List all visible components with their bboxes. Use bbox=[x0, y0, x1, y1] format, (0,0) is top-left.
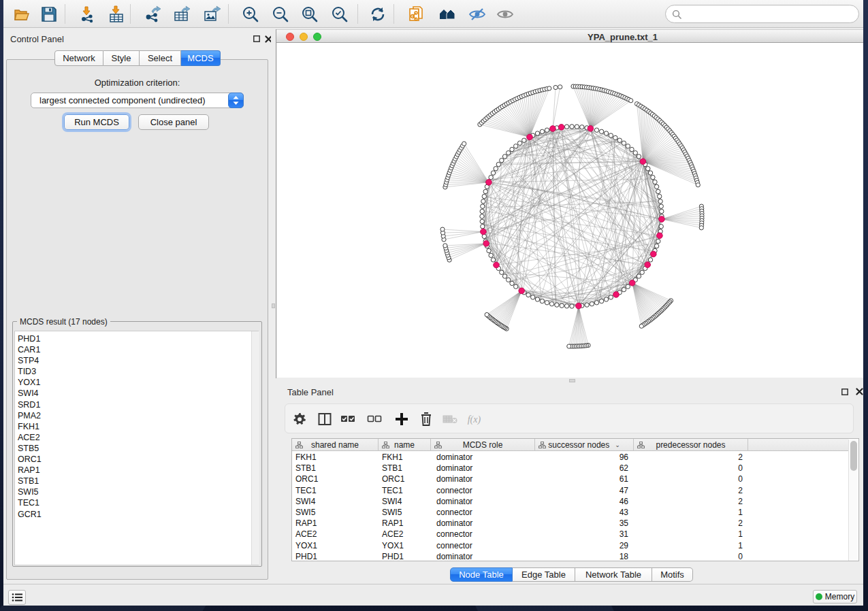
zoom-out-icon[interactable] bbox=[271, 5, 290, 24]
window-maximize-icon[interactable] bbox=[313, 33, 321, 41]
table-row[interactable]: SWI5SWI5connector431 bbox=[292, 507, 848, 518]
mcds-result-item[interactable]: TEC1 bbox=[15, 497, 258, 508]
zoom-selected-icon[interactable] bbox=[330, 5, 349, 24]
table-cell: 2 bbox=[634, 496, 748, 507]
horizontal-splitter[interactable] bbox=[276, 378, 863, 383]
add-column-icon[interactable] bbox=[392, 410, 411, 429]
column-header-name[interactable]: name bbox=[379, 439, 431, 451]
mcds-result-item[interactable]: CAR1 bbox=[15, 344, 258, 355]
column-header-predecessor-nodes[interactable]: predecessor nodes bbox=[634, 439, 748, 451]
horizontal-splitter-handle[interactable] bbox=[569, 379, 575, 382]
vertical-splitter[interactable] bbox=[271, 28, 276, 584]
window-minimize-icon[interactable] bbox=[300, 33, 308, 41]
column-header-successor-nodes[interactable]: successor nodes⌄ bbox=[535, 439, 634, 451]
tab-network-table[interactable]: Network Table bbox=[575, 567, 652, 582]
close-panel-icon[interactable] bbox=[856, 388, 863, 395]
table-cell: 0 bbox=[634, 474, 748, 484]
table-row[interactable]: PHD1PHD1dominator180 bbox=[292, 551, 848, 562]
optimization-criterion-select[interactable]: largest connected component (undirected) bbox=[31, 93, 244, 108]
memory-label: Memory bbox=[825, 592, 854, 601]
table-row[interactable]: STB1STB1dominator620 bbox=[292, 463, 848, 474]
search-input[interactable] bbox=[665, 5, 859, 23]
tab-style[interactable]: Style bbox=[103, 50, 140, 66]
table-row[interactable]: RAP1RAP1dominator352 bbox=[292, 518, 848, 529]
show-columns-icon[interactable] bbox=[315, 410, 334, 429]
mcds-result-group: MCDS result (17 nodes) PHD1CAR1STP4TID3Y… bbox=[12, 321, 262, 567]
float-panel-icon[interactable] bbox=[841, 389, 848, 395]
mcds-result-item[interactable]: TID3 bbox=[15, 366, 258, 377]
function-builder-icon[interactable]: f(x) bbox=[466, 410, 485, 429]
export-table-icon[interactable] bbox=[172, 5, 191, 24]
mcds-result-item[interactable]: STB1 bbox=[15, 476, 258, 486]
mcds-result-scrollbar[interactable] bbox=[251, 331, 259, 565]
zoom-in-icon[interactable] bbox=[241, 5, 260, 24]
mcds-result-item[interactable]: STB5 bbox=[15, 443, 258, 454]
network-view-titlebar[interactable]: YPA_prune.txt_1 bbox=[276, 29, 863, 43]
show-all-icon[interactable] bbox=[496, 5, 515, 24]
delete-table-icon[interactable] bbox=[440, 410, 460, 429]
open-session-icon[interactable] bbox=[12, 5, 31, 24]
memory-button[interactable]: Memory bbox=[813, 590, 857, 604]
table-cell: 47 bbox=[535, 485, 634, 496]
mcds-result-item[interactable]: RAP1 bbox=[15, 465, 258, 476]
tab-select[interactable]: Select bbox=[140, 50, 181, 66]
table-cell: 61 bbox=[535, 474, 634, 484]
first-neighbors-icon[interactable] bbox=[438, 5, 457, 24]
hide-selected-icon[interactable] bbox=[468, 5, 487, 24]
table-row[interactable]: ORC1ORC1dominator610 bbox=[292, 474, 848, 484]
mcds-result-item[interactable]: ORC1 bbox=[15, 454, 258, 465]
deselect-all-icon[interactable] bbox=[365, 410, 384, 429]
svg-text:f(x): f(x) bbox=[468, 414, 481, 425]
network-canvas[interactable] bbox=[277, 43, 863, 378]
table-row[interactable]: YOX1YOX1connector291 bbox=[292, 540, 848, 551]
mcds-result-item[interactable]: GCR1 bbox=[15, 509, 258, 520]
mcds-result-item[interactable]: SWI5 bbox=[15, 486, 258, 497]
table-cell: TEC1 bbox=[292, 485, 379, 496]
mcds-result-item[interactable]: YOX1 bbox=[15, 377, 258, 388]
table-cell: RAP1 bbox=[379, 518, 431, 529]
column-settings-icon[interactable] bbox=[290, 410, 309, 429]
run-mcds-button[interactable]: Run MCDS bbox=[64, 114, 129, 130]
column-header-MCDS-role[interactable]: MCDS role bbox=[431, 439, 535, 451]
new-network-from-selection-icon[interactable] bbox=[407, 5, 426, 24]
close-panel-button[interactable]: Close panel bbox=[138, 114, 209, 130]
status-bar: Memory bbox=[3, 584, 863, 606]
table-header: shared namenameMCDS rolesuccessor nodes⌄… bbox=[292, 439, 848, 451]
mcds-result-item[interactable]: SRD1 bbox=[15, 399, 258, 410]
window-close-icon[interactable] bbox=[286, 33, 294, 41]
apply-layout-icon[interactable] bbox=[368, 5, 387, 24]
tab-node-table[interactable]: Node Table bbox=[450, 567, 513, 582]
tab-motifs[interactable]: Motifs bbox=[652, 567, 693, 582]
table-cell: 31 bbox=[535, 529, 634, 540]
export-network-icon[interactable] bbox=[143, 5, 162, 24]
column-type-icon bbox=[434, 442, 442, 448]
zoom-fit-icon[interactable] bbox=[300, 5, 319, 24]
mcds-result-item[interactable]: FKH1 bbox=[15, 421, 258, 432]
import-network-icon[interactable] bbox=[78, 5, 97, 24]
mcds-result-item[interactable]: ACE2 bbox=[15, 432, 258, 443]
select-all-icon[interactable] bbox=[338, 410, 357, 429]
task-history-button[interactable] bbox=[8, 590, 26, 605]
table-cell: TEC1 bbox=[379, 485, 431, 496]
delete-column-icon[interactable] bbox=[417, 410, 436, 429]
table-scrollbar[interactable] bbox=[848, 440, 858, 561]
save-session-icon[interactable] bbox=[39, 5, 59, 24]
float-panel-icon[interactable] bbox=[253, 35, 260, 42]
mcds-result-item[interactable]: PHD1 bbox=[15, 333, 258, 344]
table-row[interactable]: FKH1FKH1dominator962 bbox=[292, 452, 848, 463]
import-table-icon[interactable] bbox=[107, 5, 126, 24]
table-row[interactable]: TEC1TEC1connector472 bbox=[292, 485, 848, 496]
table-row[interactable]: SWI4SWI4dominator462 bbox=[292, 496, 848, 507]
tab-mcds[interactable]: MCDS bbox=[181, 50, 221, 66]
mcds-result-item[interactable]: STP4 bbox=[15, 355, 258, 366]
mcds-result-item[interactable]: SWI4 bbox=[15, 388, 258, 399]
table-scrollbar-thumb[interactable] bbox=[850, 441, 857, 471]
vertical-splitter-handle[interactable] bbox=[272, 303, 275, 308]
tab-network[interactable]: Network bbox=[54, 50, 103, 66]
mcds-result-list[interactable]: PHD1CAR1STP4TID3YOX1SWI4SRD1PMA2FKH1ACE2… bbox=[14, 331, 259, 565]
export-image-icon[interactable] bbox=[202, 5, 221, 24]
tab-edge-table[interactable]: Edge Table bbox=[513, 567, 575, 582]
column-header-shared-name[interactable]: shared name bbox=[292, 439, 379, 451]
mcds-result-item[interactable]: PMA2 bbox=[15, 410, 258, 421]
table-row[interactable]: ACE2ACE2connector311 bbox=[292, 529, 848, 540]
